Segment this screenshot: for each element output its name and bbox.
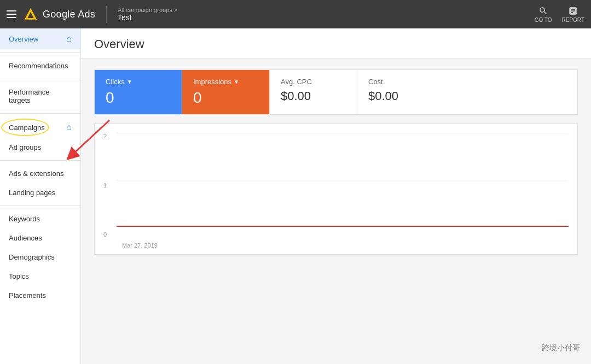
sidebar-divider-3 bbox=[0, 113, 80, 114]
top-nav-right: GO TO REPORT bbox=[535, 6, 584, 23]
metrics-row: Clicks ▼ 0 Impressions ▼ 0 Avg. CPC bbox=[94, 69, 578, 115]
chart-grid-line-top bbox=[117, 133, 569, 133]
brand-name: Google Ads bbox=[43, 9, 95, 20]
chart-y-label-2: 2 bbox=[103, 133, 107, 139]
metric-cost-label: Cost bbox=[368, 78, 434, 86]
chart-y-label-1: 1 bbox=[103, 182, 107, 189]
metric-cost: Cost $0.00 bbox=[357, 70, 445, 114]
chart-y-axis: 2 1 0 bbox=[103, 133, 107, 238]
metric-avg-cpc: Avg. CPC $0.00 bbox=[270, 70, 357, 114]
sidebar-item-demographics[interactable]: Demographics bbox=[0, 248, 80, 267]
breadcrumb-top[interactable]: All campaign groups > bbox=[118, 7, 177, 13]
metric-clicks-value: 0 bbox=[106, 89, 171, 107]
report-button[interactable]: REPORT bbox=[562, 6, 585, 23]
sidebar-item-landing-pages[interactable]: Landing pages bbox=[0, 183, 80, 202]
page-title: Overview bbox=[94, 37, 578, 58]
chart-line bbox=[117, 226, 569, 227]
sidebar-item-overview[interactable]: Overview ⌂ bbox=[0, 28, 80, 49]
sidebar-divider-1 bbox=[0, 52, 80, 53]
sidebar-item-ad-groups[interactable]: Ad groups bbox=[0, 138, 80, 157]
campaigns-home-icon: ⌂ bbox=[66, 122, 72, 132]
sidebar-item-campaigns[interactable]: Campaigns ⌂ bbox=[0, 117, 80, 138]
clicks-dropdown-arrow[interactable]: ▼ bbox=[127, 79, 132, 85]
metric-impressions: Impressions ▼ 0 bbox=[182, 70, 270, 114]
sidebar-item-ads-extensions[interactable]: Ads & extensions bbox=[0, 164, 80, 183]
metric-cost-value: $0.00 bbox=[368, 89, 434, 103]
sidebar-item-keywords[interactable]: Keywords bbox=[0, 209, 80, 228]
breadcrumb-bottom: Test bbox=[118, 13, 177, 22]
sidebar-item-placements[interactable]: Placements bbox=[0, 286, 80, 305]
main-header: Overview bbox=[81, 28, 591, 58]
sidebar-divider-2 bbox=[0, 79, 80, 79]
top-nav: Google Ads All campaign groups > Test GO… bbox=[0, 0, 591, 28]
impressions-dropdown-arrow[interactable]: ▼ bbox=[234, 79, 239, 85]
sidebar-item-audiences[interactable]: Audiences bbox=[0, 228, 80, 248]
metric-impressions-label[interactable]: Impressions ▼ bbox=[193, 78, 258, 86]
home-icon: ⌂ bbox=[66, 34, 72, 44]
nav-breadcrumb: All campaign groups > Test bbox=[118, 7, 177, 22]
metric-avg-cpc-label: Avg. CPC bbox=[281, 78, 346, 86]
chart-grid bbox=[117, 133, 569, 227]
main-layout: Overview ⌂ Recommendations Performance t… bbox=[0, 28, 591, 364]
chart-y-label-0: 0 bbox=[103, 231, 107, 238]
metric-impressions-value: 0 bbox=[193, 89, 258, 107]
sidebar: Overview ⌂ Recommendations Performance t… bbox=[0, 28, 81, 364]
content-area: Clicks ▼ 0 Impressions ▼ 0 Avg. CPC bbox=[81, 58, 591, 266]
main-content: Overview Clicks ▼ 0 Impressions ▼ bbox=[81, 28, 591, 364]
sidebar-divider-4 bbox=[0, 160, 80, 161]
google-ads-logo: Google Ads bbox=[23, 7, 95, 22]
metric-avg-cpc-value: $0.00 bbox=[281, 89, 346, 103]
chart-grid-line-bottom bbox=[117, 227, 569, 227]
nav-divider bbox=[106, 6, 107, 22]
sidebar-item-performance-targets[interactable]: Performance targets bbox=[0, 83, 80, 110]
chart-x-label: Mar 27, 2019 bbox=[122, 242, 158, 249]
logo-icon bbox=[23, 7, 38, 22]
hamburger-menu[interactable] bbox=[7, 10, 16, 18]
sidebar-item-recommendations[interactable]: Recommendations bbox=[0, 56, 80, 75]
sidebar-divider-5 bbox=[0, 206, 80, 206]
chart-area: 2 1 0 Mar 27, 2019 bbox=[94, 124, 578, 255]
goto-button[interactable]: GO TO bbox=[535, 6, 552, 23]
sidebar-item-topics[interactable]: Topics bbox=[0, 267, 80, 286]
chart-grid-line-mid bbox=[117, 180, 569, 180]
metric-clicks: Clicks ▼ 0 bbox=[95, 70, 182, 114]
metric-clicks-label[interactable]: Clicks ▼ bbox=[106, 78, 171, 86]
